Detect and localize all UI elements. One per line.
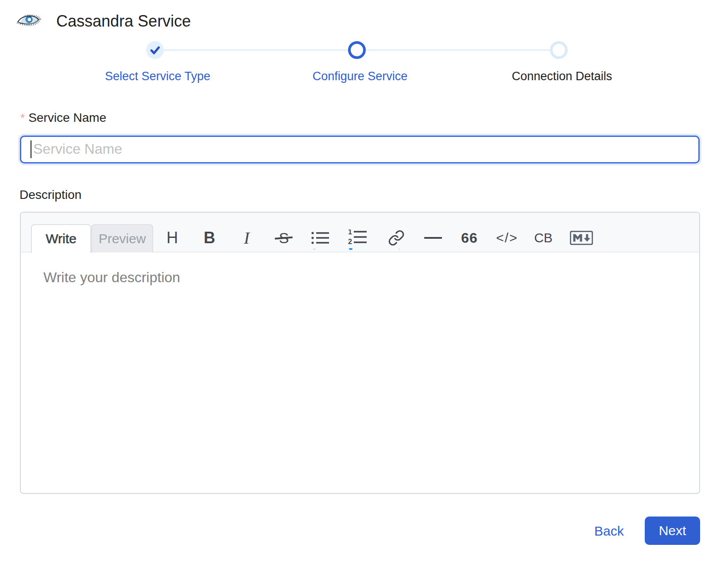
svg-text:2: 2 xyxy=(348,238,352,245)
svg-text:1: 1 xyxy=(348,229,352,236)
